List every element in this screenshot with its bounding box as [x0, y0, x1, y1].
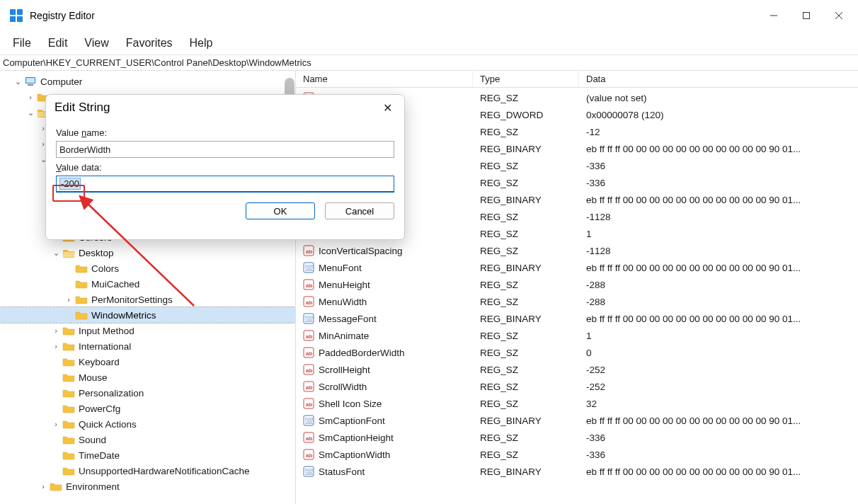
list-row[interactable]: abScrollWidthREG_SZ-252	[296, 378, 858, 395]
tree-node[interactable]: Sound	[0, 432, 295, 447]
tree-node[interactable]: ›Environment	[0, 479, 295, 494]
value-type: REG_SZ	[473, 212, 579, 222]
minimize-button[interactable]	[757, 4, 790, 27]
folder-icon	[62, 388, 75, 398]
value-data: -12	[579, 127, 858, 137]
tree-node[interactable]: PowerCfg	[0, 401, 295, 416]
value-type: REG_SZ	[473, 433, 579, 443]
string-value-icon: ab	[303, 364, 314, 375]
menu-help[interactable]: Help	[181, 33, 222, 54]
value-data: -252	[579, 382, 858, 392]
value-name-label: Value name:	[56, 127, 394, 138]
menu-view[interactable]: View	[76, 33, 117, 54]
list-row[interactable]: 01101001StatusFontREG_BINARYeb ff ff ff …	[296, 463, 858, 480]
value-name-input[interactable]	[56, 141, 394, 158]
list-row[interactable]: 01101001MenuFontREG_BINARYeb ff ff ff 00…	[296, 259, 858, 276]
svg-text:ab: ab	[306, 282, 312, 289]
dialog-title: Edit String	[55, 101, 110, 115]
chevron-icon[interactable]: ⌄	[51, 248, 61, 258]
list-row[interactable]: abPaddedBorderWidthREG_SZ0	[296, 344, 858, 361]
value-type: REG_SZ	[473, 127, 579, 137]
list-row[interactable]: 01101001SmCaptionFontREG_BINARYeb ff ff …	[296, 412, 858, 429]
value-type: REG_SZ	[473, 178, 579, 188]
chevron-icon[interactable]: ⌄	[25, 108, 35, 118]
chevron-icon[interactable]: ›	[51, 326, 61, 335]
tree-node[interactable]: Keyboard	[0, 354, 295, 370]
tree-label: MuiCached	[91, 279, 139, 290]
menu-edit[interactable]: Edit	[40, 33, 76, 54]
value-data: eb ff ff ff 00 00 00 00 00 00 00 00 00 0…	[579, 144, 858, 154]
column-data[interactable]: Data	[579, 71, 858, 87]
chevron-icon[interactable]: ⌄	[13, 77, 23, 86]
svg-text:1001: 1001	[305, 268, 313, 272]
value-type: REG_SZ	[473, 399, 579, 409]
value-data: eb ff ff ff 00 00 00 00 00 00 00 00 00 0…	[579, 466, 858, 477]
tree-label: Environment	[66, 481, 120, 492]
dialog-close-button[interactable]: ✕	[379, 101, 396, 115]
chevron-icon[interactable]: ›	[38, 482, 48, 491]
value-type: REG_BINARY	[473, 195, 579, 205]
tree-node[interactable]: ›Input Method	[0, 323, 295, 338]
tree-node[interactable]: Mouse	[0, 370, 295, 385]
value-data: 0x00000078 (120)	[579, 110, 858, 120]
value-data: 1	[579, 229, 858, 239]
svg-text:ab: ab	[306, 350, 312, 357]
menu-bar: File Edit View Favorites Help	[0, 31, 858, 55]
menu-favorites[interactable]: Favorites	[118, 33, 181, 54]
tree-node[interactable]: UnsupportedHardwareNotificationCache	[0, 463, 295, 479]
value-data-input[interactable]: -200	[56, 176, 394, 193]
chevron-icon[interactable]: ›	[51, 342, 61, 350]
value-type: REG_BINARY	[473, 416, 579, 426]
list-row[interactable]: 01101001MessageFontREG_BINARYeb ff ff ff…	[296, 310, 858, 327]
tree-node[interactable]: Colors	[0, 260, 295, 276]
ok-button[interactable]: OK	[246, 202, 315, 219]
tree-node[interactable]: TimeDate	[0, 447, 295, 463]
value-data: eb ff ff ff 00 00 00 00 00 00 00 00 00 0…	[579, 416, 858, 426]
binary-value-icon: 01101001	[303, 415, 314, 426]
list-row[interactable]: abSmCaptionHeightREG_SZ-336	[296, 429, 858, 446]
list-row[interactable]: abScrollHeightREG_SZ-252	[296, 361, 858, 378]
list-row[interactable]: abMenuWidthREG_SZ-288	[296, 293, 858, 310]
folder-icon	[62, 419, 75, 429]
tree-node[interactable]: WindowMetrics	[0, 307, 295, 323]
value-name: PaddedBorderWidth	[319, 348, 405, 358]
tree-node[interactable]: ›PerMonitorSettings	[0, 292, 295, 307]
svg-rect-3	[17, 16, 23, 22]
binary-value-icon: 01101001	[303, 262, 314, 273]
tree-node[interactable]: ›International	[0, 338, 295, 354]
title-bar: Registry Editor	[0, 0, 858, 31]
list-row[interactable]: abMenuHeightREG_SZ-288	[296, 276, 858, 293]
value-type: REG_SZ	[473, 161, 579, 171]
tree-node[interactable]: Personalization	[0, 385, 295, 401]
chevron-icon[interactable]: ›	[64, 295, 74, 304]
column-type[interactable]: Type	[473, 71, 579, 87]
cancel-button[interactable]: Cancel	[325, 202, 394, 219]
value-data: -252	[579, 365, 858, 375]
tree-node[interactable]: ⌄Desktop	[0, 245, 295, 260]
column-name[interactable]: Name	[296, 71, 473, 87]
list-row[interactable]: abSmCaptionWidthREG_SZ-336	[296, 446, 858, 463]
svg-text:1001: 1001	[305, 420, 313, 425]
chevron-icon[interactable]: ›	[25, 93, 35, 101]
list-row[interactable]: abMinAnimateREG_SZ1	[296, 327, 858, 344]
chevron-icon[interactable]: ›	[51, 420, 61, 428]
folder-icon	[62, 326, 75, 336]
tree-node[interactable]: MuiCached	[0, 276, 295, 292]
tree-node[interactable]: ⌄Computer	[0, 74, 295, 89]
address-bar[interactable]: Computer\HKEY_CURRENT_USER\Control Panel…	[0, 55, 858, 71]
svg-text:ab: ab	[306, 248, 312, 255]
value-name: SmCaptionFont	[319, 416, 385, 426]
tree-node[interactable]: ›Quick Actions	[0, 416, 295, 432]
maximize-button[interactable]	[790, 4, 823, 27]
menu-file[interactable]: File	[4, 33, 40, 54]
value-data: (value not set)	[579, 93, 858, 103]
close-button[interactable]	[823, 4, 855, 27]
tree-label: Personalization	[79, 388, 144, 399]
tree-label: Input Method	[79, 326, 135, 336]
svg-text:ab: ab	[306, 299, 312, 306]
list-row[interactable]: abIconVerticalSpacingREG_SZ-1128	[296, 242, 858, 259]
list-row[interactable]: abShell Icon SizeREG_SZ32	[296, 395, 858, 412]
folder-icon	[62, 372, 75, 382]
value-data: 0	[579, 348, 858, 358]
tree-label: International	[79, 341, 131, 352]
